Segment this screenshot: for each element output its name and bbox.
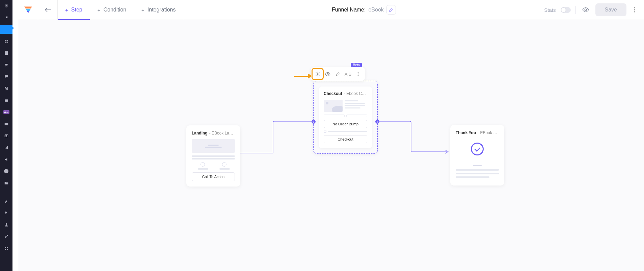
- funnel-name-label: Funnel Name:: [332, 7, 366, 13]
- svg-point-7: [6, 66, 7, 66]
- node-more-button[interactable]: [353, 69, 363, 79]
- svg-rect-10: [5, 101, 8, 102]
- funnel-name-value: eBook: [368, 7, 383, 13]
- svg-point-23: [634, 7, 635, 8]
- checkout-fields-placeholder: [324, 115, 367, 117]
- plus-icon: +: [141, 7, 144, 13]
- node-checkout[interactable]: Checkout - Ebook Checkout No Order Bump …: [313, 81, 378, 154]
- svg-point-30: [358, 75, 359, 76]
- thankyou-lines-placeholder: [456, 169, 499, 178]
- wp-admin-sidebar: M Woo $: [0, 0, 12, 271]
- node-type: Thank You: [456, 130, 476, 135]
- sidebar-elementor-icon[interactable]: [0, 167, 12, 176]
- sidebar-commerce-icon[interactable]: [0, 60, 12, 69]
- stats-toggle[interactable]: [561, 7, 571, 13]
- svg-point-6: [5, 66, 6, 66]
- beta-badge: Beta: [351, 63, 362, 67]
- svg-rect-14: [5, 148, 5, 149]
- node-ab-test-button[interactable]: A|B: [343, 69, 353, 79]
- node-port-in[interactable]: [312, 120, 316, 124]
- sidebar-marketing-icon[interactable]: [0, 155, 12, 164]
- svg-rect-19: [7, 247, 8, 248]
- svg-rect-3: [5, 42, 6, 43]
- svg-point-28: [358, 72, 359, 73]
- node-toolbar: Beta A|B: [311, 67, 365, 81]
- svg-point-24: [634, 9, 635, 10]
- checkout-button: Checkout: [324, 135, 367, 143]
- node-sub: - Ebook Checkout: [344, 91, 367, 96]
- order-bump-button: No Order Bump: [324, 120, 367, 128]
- node-type: Landing: [192, 131, 208, 136]
- tab-condition[interactable]: +Condition: [90, 0, 134, 20]
- preview-button[interactable]: [581, 5, 591, 15]
- sidebar-funnel-icon[interactable]: [0, 25, 12, 34]
- sidebar-list-icon[interactable]: [0, 96, 12, 105]
- node-view-button[interactable]: [323, 69, 333, 79]
- svg-rect-1: [5, 40, 6, 41]
- node-port-out[interactable]: [375, 120, 379, 124]
- landing-cta-button: Call To Action: [192, 172, 235, 181]
- sidebar-comments-icon[interactable]: [0, 72, 12, 81]
- landing-hero-placeholder: [192, 139, 235, 153]
- node-sub: - EBook Thank Y…: [478, 130, 499, 135]
- sidebar-plugins-icon[interactable]: [0, 208, 12, 217]
- svg-rect-21: [7, 249, 8, 250]
- node-settings-button[interactable]: [313, 69, 323, 79]
- node-thankyou[interactable]: Thank You - EBook Thank Y…: [450, 125, 504, 186]
- annotation-arrow: [294, 73, 312, 79]
- funnel-canvas[interactable]: Landing - EBook Landing Call To Action C…: [18, 20, 644, 271]
- landing-text-placeholder: [192, 155, 235, 159]
- svg-point-17: [5, 223, 7, 225]
- svg-point-26: [317, 73, 318, 75]
- tab-label: Step: [71, 7, 82, 13]
- sidebar-tools-icon[interactable]: [0, 232, 12, 241]
- sidebar-analytics-icon[interactable]: [0, 143, 12, 152]
- divider: [575, 6, 576, 14]
- tab-step[interactable]: +Step: [58, 0, 90, 20]
- sidebar-woo-icon[interactable]: Woo: [0, 107, 12, 117]
- checkout-checkbox-row: [324, 130, 367, 133]
- svg-point-25: [634, 11, 635, 13]
- edit-name-button[interactable]: [386, 5, 396, 15]
- sidebar-pages-icon[interactable]: [0, 48, 12, 57]
- tab-label: Integrations: [147, 7, 176, 13]
- app-header: +Step +Condition +Integrations Funnel Na…: [18, 0, 644, 20]
- svg-rect-2: [6, 40, 8, 41]
- thankyou-placeholder: [473, 165, 482, 166]
- plus-icon: +: [98, 7, 101, 13]
- sidebar-folder-icon[interactable]: [0, 178, 12, 188]
- svg-rect-4: [6, 42, 8, 43]
- sidebar-users-icon[interactable]: [0, 220, 12, 229]
- header-more-button[interactable]: [631, 5, 638, 15]
- svg-rect-20: [5, 249, 6, 250]
- svg-point-27: [327, 73, 328, 75]
- sidebar-settings-icon[interactable]: [0, 244, 12, 253]
- tab-label: Condition: [103, 7, 126, 13]
- tab-integrations[interactable]: +Integrations: [134, 0, 183, 20]
- svg-rect-16: [7, 146, 8, 149]
- svg-rect-5: [5, 51, 7, 55]
- landing-feature-placeholder: [192, 162, 235, 167]
- save-button[interactable]: Save: [595, 3, 626, 16]
- check-circle-icon: [471, 143, 484, 155]
- svg-rect-8: [5, 99, 8, 99]
- checkout-product-placeholder: [324, 100, 367, 112]
- node-landing[interactable]: Landing - EBook Landing Call To Action: [186, 125, 240, 187]
- stats-label: Stats: [544, 7, 556, 13]
- sidebar-card-icon[interactable]: [0, 119, 12, 128]
- sidebar-dashboard-icon[interactable]: [0, 1, 12, 10]
- app-logo[interactable]: [18, 0, 38, 20]
- sidebar-pin-icon[interactable]: [0, 13, 12, 22]
- plus-icon: +: [65, 7, 68, 13]
- svg-rect-9: [5, 100, 8, 101]
- node-edit-button[interactable]: [333, 69, 343, 79]
- sidebar-payment-icon[interactable]: $: [0, 131, 12, 140]
- sidebar-appearance-icon[interactable]: [0, 196, 12, 205]
- node-sub: - EBook Landing: [209, 131, 235, 136]
- sidebar-collapse-strip[interactable]: [12, 0, 18, 271]
- sidebar-m-icon[interactable]: M: [0, 84, 12, 93]
- sidebar-forms-icon[interactable]: [0, 36, 12, 46]
- svg-rect-18: [5, 247, 6, 248]
- svg-rect-11: [4, 123, 8, 125]
- back-button[interactable]: [38, 0, 58, 20]
